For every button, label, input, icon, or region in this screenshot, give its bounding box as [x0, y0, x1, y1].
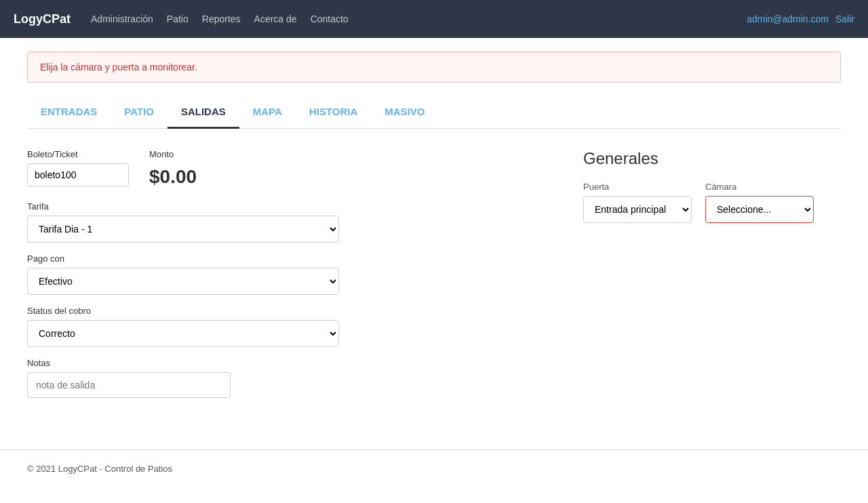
monto-group: Monto $0.00 — [149, 149, 197, 188]
alert-message: Elija la cámara y puerta a monitorear. — [40, 62, 197, 73]
navbar-links: Administración Patio Reportes Acerca de … — [91, 14, 747, 24]
nav-patio[interactable]: Patio — [167, 14, 189, 24]
tabs: ENTRADAS PATIO SALIDAS MAPA HISTORIA MAS… — [27, 96, 841, 129]
nav-administracion[interactable]: Administración — [91, 14, 153, 24]
notas-label: Notas — [27, 358, 556, 368]
status-label: Status del cobro — [27, 306, 556, 316]
main-content: ENTRADAS PATIO SALIDAS MAPA HISTORIA MAS… — [0, 96, 868, 409]
boleto-label: Boleto/Ticket — [27, 149, 129, 159]
tab-salidas[interactable]: SALIDAS — [167, 96, 239, 129]
footer-text: © 2021 LogyCPat - Control de Patios — [27, 464, 172, 474]
navbar-right: admin@admin.com Salir — [747, 14, 854, 24]
camara-field: Cámara Seleccione... — [705, 182, 814, 223]
tab-mapa[interactable]: MAPA — [239, 96, 296, 129]
notas-group: Notas — [27, 358, 556, 398]
footer: © 2021 LogyCPat - Control de Patios — [0, 449, 868, 487]
generales-row: Puerta Entrada principal Cámara Seleccio… — [583, 182, 841, 223]
tarifa-label: Tarifa — [27, 201, 556, 212]
camara-label: Cámara — [705, 182, 814, 192]
boleto-monto-row: Boleto/Ticket Monto $0.00 — [27, 149, 556, 188]
monto-label: Monto — [149, 149, 197, 159]
tab-patio[interactable]: PATIO — [111, 96, 167, 129]
tarifa-select[interactable]: Tarifa Dia - 1 Tarifa Noche - 1 — [27, 216, 339, 243]
tab-entradas[interactable]: ENTRADAS — [27, 96, 111, 129]
tab-masivo[interactable]: MASIVO — [371, 96, 438, 129]
camara-select[interactable]: Seleccione... — [705, 196, 814, 223]
generales-section: Generales Puerta Entrada principal Cámar… — [583, 149, 841, 409]
generales-title: Generales — [583, 149, 841, 168]
main-layout: Boleto/Ticket Monto $0.00 Tarifa Tarifa … — [27, 149, 841, 409]
status-group: Status del cobro Correcto Incorrecto Pen… — [27, 306, 556, 347]
pago-label: Pago con — [27, 254, 556, 264]
nav-acerca[interactable]: Acerca de — [254, 14, 297, 24]
pago-group: Pago con Efectivo Tarjeta Transferencia — [27, 254, 556, 295]
navbar-email: admin@admin.com — [747, 14, 829, 24]
nav-contacto[interactable]: Contacto — [311, 14, 349, 24]
alert-banner: Elija la cámara y puerta a monitorear. — [27, 52, 841, 83]
puerta-field: Puerta Entrada principal — [583, 182, 692, 223]
form-section: Boleto/Ticket Monto $0.00 Tarifa Tarifa … — [27, 149, 556, 409]
logout-button[interactable]: Salir — [835, 14, 854, 24]
boleto-input[interactable] — [27, 163, 129, 186]
monto-display: $0.00 — [149, 163, 197, 188]
navbar: LogyCPat Administración Patio Reportes A… — [0, 0, 868, 38]
nav-reportes[interactable]: Reportes — [202, 14, 241, 24]
notas-input[interactable] — [27, 372, 231, 398]
boleto-group: Boleto/Ticket — [27, 149, 129, 188]
puerta-select[interactable]: Entrada principal — [583, 196, 692, 223]
puerta-label: Puerta — [583, 182, 692, 192]
status-select[interactable]: Correcto Incorrecto Pendiente — [27, 320, 339, 347]
pago-select[interactable]: Efectivo Tarjeta Transferencia — [27, 268, 339, 295]
navbar-brand: LogyCPat — [14, 12, 71, 26]
tarifa-group: Tarifa Tarifa Dia - 1 Tarifa Noche - 1 — [27, 201, 556, 243]
tab-historia[interactable]: HISTORIA — [296, 96, 371, 129]
